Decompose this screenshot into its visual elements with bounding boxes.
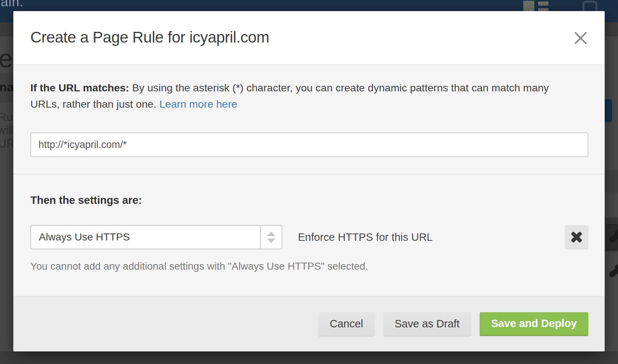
setting-select-dropdown[interactable]: Always Use HTTPS — [30, 225, 282, 249]
select-spinner-icon — [260, 226, 282, 249]
background-text-fragment-ru: Ru — [0, 111, 13, 124]
background-text-fragment-will: will — [0, 124, 13, 137]
save-and-deploy-button[interactable]: Save and Deploy — [480, 312, 588, 336]
cancel-button[interactable]: Cancel — [318, 312, 375, 336]
background-heading-fragment: e — [0, 44, 13, 73]
setting-selected-value: Always Use HTTPS — [31, 226, 260, 249]
page-rules-screen: ain. e nav Ru will UR Create a Page Rule… — [0, 0, 618, 364]
close-icon[interactable] — [572, 30, 589, 47]
modal-body: If the URL matches: By using the asteris… — [13, 65, 605, 272]
url-match-description: If the URL matches: By using the asteris… — [30, 80, 578, 112]
save-as-draft-button[interactable]: Save as Draft — [383, 312, 471, 336]
url-match-label: If the URL matches: — [30, 82, 129, 94]
remove-setting-button[interactable] — [565, 225, 588, 249]
background-bottom-band — [0, 351, 618, 364]
modal-footer: Cancel Save as Draft Save and Deploy — [13, 296, 605, 351]
wrench-icon — [608, 266, 618, 279]
background-domain-text-fragment: ain. — [1, 0, 24, 10]
background-text-fragment-ur: UR — [0, 137, 15, 151]
background-right-band — [605, 170, 618, 192]
setting-row: Always Use HTTPS Enforce HTTPS for this … — [30, 225, 588, 249]
modal-header: Create a Page Rule for icyapril.com — [13, 11, 605, 65]
section-divider — [13, 174, 605, 175]
learn-more-link[interactable]: Learn more here — [159, 98, 238, 110]
modal-title: Create a Page Rule for icyapril.com — [30, 28, 269, 46]
create-page-rule-modal: Create a Page Rule for icyapril.com If t… — [13, 11, 605, 351]
settings-heading: Then the settings are: — [30, 194, 588, 206]
setting-description: Enforce HTTPS for this URL — [298, 231, 433, 243]
settings-restriction-note: You cannot add any additional settings w… — [30, 260, 588, 272]
url-pattern-input[interactable] — [30, 132, 588, 157]
